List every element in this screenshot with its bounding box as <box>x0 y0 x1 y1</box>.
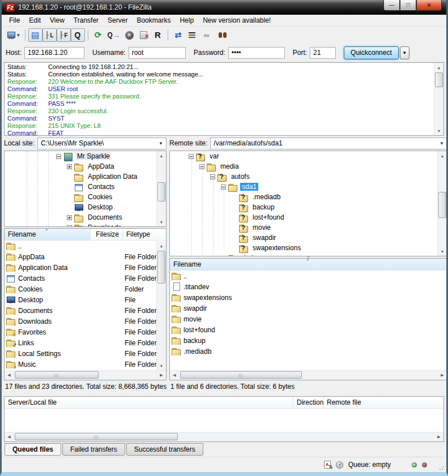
queue-hscrollbar[interactable]: ◀ ||| ▶ <box>5 432 443 441</box>
close-button[interactable]: ✕ <box>416 0 442 11</box>
scroll-up-icon[interactable]: ▲ <box>434 63 443 72</box>
file-row-appdata[interactable]: AppDataFile Folder <box>5 251 166 262</box>
scroll-down-icon[interactable]: ▼ <box>157 361 166 370</box>
remote-tree-scrollbar[interactable]: ▲ ▼ <box>437 151 447 256</box>
file-row-item[interactable]: .. <box>5 241 166 251</box>
file-row-titandev[interactable]: .titandev <box>170 281 447 292</box>
toolbar-button-directory-comparison[interactable]: ⇄ <box>171 28 185 42</box>
scroll-thumb[interactable]: ||| <box>15 371 99 379</box>
menu-item-file[interactable]: File <box>5 15 24 25</box>
scroll-up-icon[interactable]: ▲ <box>157 151 166 160</box>
speed-limits-icon[interactable] <box>336 461 343 469</box>
toolbar-button-toggle-message-log[interactable]: ▤ <box>28 28 42 42</box>
toolbar-button-view-filters[interactable] <box>185 28 199 42</box>
scroll-left-icon[interactable]: ◀ <box>5 371 14 380</box>
expander-plus-icon[interactable] <box>67 215 72 220</box>
file-row-backup[interactable]: backup <box>170 335 447 346</box>
file-row-links[interactable]: ↗LinksFile Folder <box>5 337 166 348</box>
local-list-hscrollbar[interactable]: ◀ ||| ▶ <box>5 370 166 380</box>
tree-item-dvd[interactable]: ?dvd <box>170 253 437 256</box>
menu-item-bookmarks[interactable]: Bookmarks <box>132 15 175 25</box>
file-row-local-settings[interactable]: Local SettingsFile Folder <box>5 348 166 359</box>
menu-item-transfer[interactable]: Transfer <box>69 15 103 25</box>
column-header-filename[interactable]: Filename <box>5 229 91 240</box>
scroll-down-icon[interactable]: ▼ <box>157 217 166 226</box>
tree-item-documents[interactable]: Documents <box>5 212 156 222</box>
tree-item-mr-sparkle[interactable]: Mr Sparkle <box>5 151 156 161</box>
column-header-filetype[interactable]: Filetype <box>123 229 166 240</box>
expander-minus-icon[interactable] <box>221 185 226 190</box>
toolbar-button-toggle-queue[interactable]: Q <box>71 28 85 42</box>
remote-path-combobox[interactable]: /var/media/autofs/sda1 ▼ <box>210 138 447 149</box>
toolbar-button-toggle-local-tree[interactable]: ┠L <box>42 28 57 42</box>
tree-item-desktop[interactable]: Desktop <box>5 202 156 212</box>
menu-item-view[interactable]: View <box>45 15 69 25</box>
scroll-right-icon[interactable]: ▶ <box>157 371 166 380</box>
tree-item-media[interactable]: media <box>170 161 437 171</box>
scroll-left-icon[interactable]: ◀ <box>170 371 179 380</box>
host-input[interactable] <box>24 47 84 59</box>
toolbar-button-find-files[interactable] <box>214 28 228 42</box>
expander-minus-icon[interactable] <box>210 174 215 179</box>
scroll-thumb[interactable] <box>157 182 165 201</box>
quickconnect-dropdown-button[interactable]: ▼ <box>400 46 409 59</box>
tree-item-backup[interactable]: ?backup <box>170 202 437 212</box>
file-row-movie[interactable]: movie <box>170 314 447 324</box>
file-row-mediadb[interactable]: .mediadb <box>170 346 447 357</box>
expander-minus-icon[interactable] <box>56 154 61 159</box>
toolbar-button-refresh[interactable]: ⟳ <box>91 28 105 42</box>
scroll-up-icon[interactable]: ▲ <box>157 241 166 250</box>
scroll-right-icon[interactable]: ▶ <box>438 371 447 380</box>
tree-item-sda1[interactable]: sda1 <box>170 182 437 192</box>
tree-item-var[interactable]: ?var <box>170 151 437 161</box>
file-row-desktop[interactable]: DesktopFile <box>5 294 166 305</box>
toolbar-button-cancel[interactable]: ✕ <box>122 28 136 42</box>
tab-successful-transfers[interactable]: Successful transfers <box>126 443 203 456</box>
resize-grip[interactable] <box>439 465 445 470</box>
expander-plus-icon[interactable] <box>67 164 72 169</box>
tree-item-movie[interactable]: ?movie <box>170 222 437 233</box>
toolbar-button-toggle-remote-tree[interactable]: ┠F <box>57 28 71 42</box>
menu-item-new-version-available[interactable]: New version available! <box>198 15 275 25</box>
menu-item-edit[interactable]: Edit <box>24 15 45 25</box>
file-row-item[interactable]: .. <box>170 271 447 281</box>
expander-plus-icon[interactable] <box>67 225 72 227</box>
column-header-filesize[interactable]: Filesize <box>91 229 123 240</box>
chevron-down-icon[interactable]: ▼ <box>156 139 165 148</box>
expander-minus-icon[interactable] <box>189 154 194 159</box>
local-tree-scrollbar[interactable]: ▲ ▼ <box>156 151 166 226</box>
local-path-combobox[interactable]: C:\Users\Mr Sparkle\ ▼ <box>37 138 167 149</box>
password-input[interactable] <box>228 47 285 59</box>
expander-minus-icon[interactable] <box>199 164 204 169</box>
file-row-downloads[interactable]: ↓DownloadsFile Folder <box>5 316 166 327</box>
toolbar-button-site-manager[interactable]: ▾ <box>5 28 22 42</box>
scroll-right-icon[interactable]: ▶ <box>434 432 443 441</box>
tree-item-swapdir[interactable]: ?swapdir <box>170 233 437 243</box>
file-row-cookies[interactable]: CookiesFolder <box>5 284 166 294</box>
scroll-thumb[interactable] <box>438 192 446 218</box>
tree-item-mediadb[interactable]: ?.mediadb <box>170 192 437 202</box>
port-input[interactable] <box>310 47 336 59</box>
toolbar-button-reconnect[interactable]: R <box>151 28 165 42</box>
file-row-music[interactable]: ♪MusicFile Folder <box>5 359 166 370</box>
file-row-favorites[interactable]: ★FavoritesFile Folder <box>5 327 166 337</box>
tree-item-swapextensions[interactable]: ?swapextensions <box>170 243 437 253</box>
remote-list-hscrollbar[interactable]: ◀ ||| ▶ <box>170 370 447 380</box>
transfer-type-icon[interactable] <box>324 461 331 469</box>
file-row-swapextensions[interactable]: swapextensions <box>170 292 447 303</box>
scroll-thumb[interactable] <box>435 72 443 87</box>
scroll-down-icon[interactable]: ▼ <box>434 126 443 135</box>
file-row-lost-found[interactable]: lost+found <box>170 324 447 335</box>
tree-item-cookies[interactable]: Cookies <box>5 192 156 202</box>
tab-failed-transfers[interactable]: Failed transfers <box>62 443 125 456</box>
tree-item-downloads[interactable]: ↓Downloads <box>5 222 156 226</box>
username-input[interactable] <box>129 47 186 59</box>
tree-item-appdata[interactable]: AppData <box>5 161 156 171</box>
tree-item-application-data[interactable]: Application Data <box>5 171 156 182</box>
file-row-documents[interactable]: DocumentsFile Folder <box>5 305 166 316</box>
column-direction[interactable]: Direction <box>293 397 323 408</box>
menu-item-server[interactable]: Server <box>103 15 132 25</box>
tree-item-contacts[interactable]: Contacts <box>5 182 156 192</box>
scroll-thumb[interactable]: ||| <box>15 433 178 440</box>
file-row-contacts[interactable]: ContactsFile Folder <box>5 273 166 284</box>
